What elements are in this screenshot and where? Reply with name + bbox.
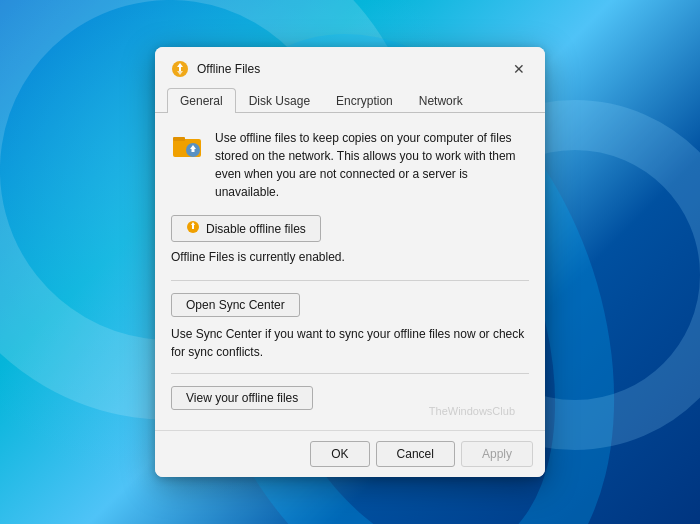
offline-files-icon <box>171 129 203 161</box>
tab-disk-usage[interactable]: Disk Usage <box>236 88 323 113</box>
status-text: Offline Files is currently enabled. <box>171 250 529 264</box>
window-title: Offline Files <box>197 62 260 76</box>
view-offline-files-button[interactable]: View your offline files <box>171 386 313 410</box>
dialog-window: Offline Files ✕ General Disk Usage Encry… <box>155 47 545 477</box>
disable-offline-files-button[interactable]: Disable offline files <box>171 215 321 242</box>
watermark: TheWindowsClub <box>429 405 515 417</box>
title-bar-left: Offline Files <box>171 60 260 78</box>
tab-encryption[interactable]: Encryption <box>323 88 406 113</box>
sync-description-text: Use Sync Center if you want to sync your… <box>171 325 529 361</box>
window-icon <box>171 60 189 78</box>
separator-1 <box>171 280 529 281</box>
dialog-content: Use offline files to keep copies on your… <box>155 113 545 430</box>
tabs-bar: General Disk Usage Encryption Network <box>155 79 545 113</box>
open-sync-center-button[interactable]: Open Sync Center <box>171 293 300 317</box>
separator-2 <box>171 373 529 374</box>
tab-general[interactable]: General <box>167 88 236 113</box>
apply-button[interactable]: Apply <box>461 441 533 467</box>
disable-btn-icon <box>186 220 200 237</box>
ok-button[interactable]: OK <box>310 441 369 467</box>
disable-btn-label: Disable offline files <box>206 222 306 236</box>
dialog-footer: OK Cancel Apply <box>155 430 545 477</box>
sync-btn-label: Open Sync Center <box>186 298 285 312</box>
description-section: Use offline files to keep copies on your… <box>171 129 529 201</box>
view-btn-label: View your offline files <box>186 391 298 405</box>
title-bar: Offline Files ✕ <box>155 47 545 79</box>
cancel-button[interactable]: Cancel <box>376 441 455 467</box>
description-text: Use offline files to keep copies on your… <box>215 129 529 201</box>
tab-network[interactable]: Network <box>406 88 476 113</box>
close-button[interactable]: ✕ <box>505 59 533 79</box>
disable-btn-container: Disable offline files <box>171 215 529 250</box>
svg-rect-2 <box>173 137 185 141</box>
